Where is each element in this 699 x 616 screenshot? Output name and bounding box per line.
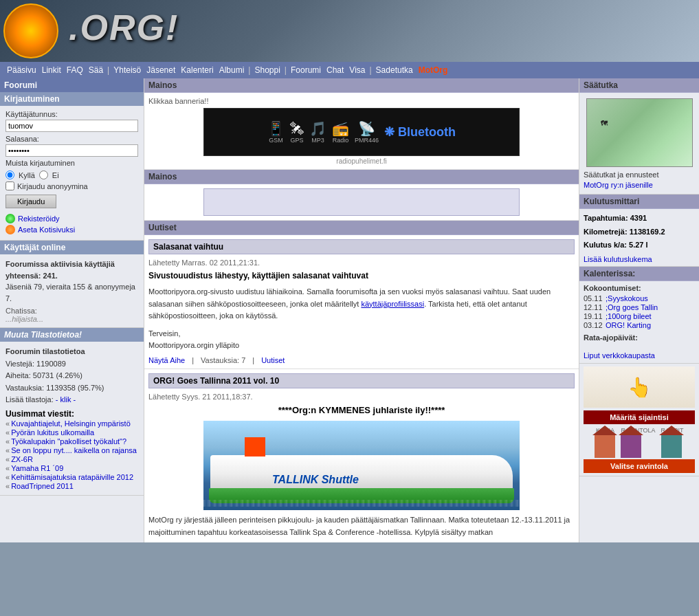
- calendar-event-4: 03.12 ORG! Karting: [584, 321, 695, 329]
- news-cat-link[interactable]: Uutiset: [261, 356, 285, 364]
- ad-block-1: Klikkaa banneria!! 📱 GSM 🛰 GPS 🎵 MP3: [144, 93, 579, 170]
- nav-yhteiso[interactable]: Yhteisö: [112, 65, 142, 76]
- map-image: 🗺: [586, 98, 693, 167]
- rata-label: Rata-ajopäivät:: [584, 333, 695, 342]
- ship-body: [210, 455, 513, 493]
- nav-visa[interactable]: Visa: [348, 65, 366, 76]
- chat-label: Chatissa:: [5, 307, 37, 315]
- kilometreja-value: 1138169.2: [630, 228, 665, 236]
- news-item-title: Salasanat vaihtuu: [148, 239, 575, 254]
- nav-sadetutka[interactable]: Sadetutka: [375, 65, 414, 76]
- tallin-block: ORG! Goes Tallinna 2011 vol. 10 Lähetett…: [144, 369, 579, 542]
- saatutka-title: Säätutka: [579, 78, 699, 93]
- house-group-2: RAVINTOLA: [621, 427, 655, 458]
- nav-linkit[interactable]: Linkit: [41, 65, 63, 76]
- username-input[interactable]: [5, 120, 138, 132]
- nav-sep3: |: [285, 65, 287, 75]
- more-stats-link[interactable]: - klik -: [56, 395, 76, 404]
- event-link-1[interactable]: ;Syyskokous: [606, 294, 648, 302]
- show-topic-link[interactable]: Näytä Aihe: [148, 356, 185, 364]
- news-body: Moottoripyora.org-sivusto uudistuu lähia…: [148, 286, 575, 352]
- radio-icon: 📻: [332, 120, 349, 137]
- sep-pipe2: |: [252, 356, 254, 364]
- sidebar-title: Foorumi: [0, 78, 144, 92]
- users-online-text: Foorumissa aktiivisia käyttäjiä yhteensä…: [5, 258, 138, 304]
- member-counts: Jäseniä 79, vieraita 155 & anonyymeja 7.: [5, 283, 135, 302]
- recent-post-8[interactable]: RoadTripned 2011: [5, 482, 138, 490]
- ad-block-2: [144, 184, 579, 221]
- nav-chat[interactable]: Chat: [325, 65, 345, 76]
- register-link[interactable]: Rekisteröidy: [5, 214, 138, 223]
- saatutka-link[interactable]: MotOrg ry:n jäsenille: [584, 181, 653, 189]
- ship-text: TALLINK Shuttle: [272, 474, 359, 486]
- topics-label: Aiheita:: [5, 371, 31, 380]
- nav-albumi[interactable]: Albumi: [218, 65, 246, 76]
- login-button[interactable]: Kirjaudu: [5, 195, 56, 208]
- map-text: 🗺: [601, 120, 608, 127]
- nav-jasenet[interactable]: Jäsenet: [145, 65, 177, 76]
- remember-no-radio[interactable]: [39, 170, 48, 179]
- anon-checkbox[interactable]: [5, 182, 14, 190]
- recent-post-2[interactable]: Pyörän lukitus ulkomailla: [5, 428, 138, 437]
- kilometreja-label: Kilometrejä:: [584, 228, 628, 236]
- liput-link[interactable]: Liput verkkokaupasta: [584, 351, 655, 360]
- recent-post-7[interactable]: Kehittämisajatuksia ratapäiville 2012: [5, 473, 138, 481]
- event-link-4[interactable]: ORG! Karting: [606, 321, 651, 329]
- tallin-heading: ****Org:n KYMMENES juhlariste ily!!****: [148, 405, 575, 415]
- recent-post-1[interactable]: Kuvajahtiajelut, Helsingin ympäristö: [5, 419, 138, 428]
- mainos1-title: Mainos: [144, 78, 579, 93]
- ad-banner[interactable]: 📱 GSM 🛰 GPS 🎵 MP3 📻 Radio: [203, 108, 520, 156]
- recent-post-3[interactable]: Työkalupakin "pakolliset työkalut"?: [5, 437, 138, 446]
- recent-post-6[interactable]: Yamaha R1 ´09: [5, 464, 138, 472]
- yes-no-group: Kyllä Ei: [5, 170, 138, 179]
- stats-block: Muuta Tilastotietoa! Foorumin tilastotie…: [0, 328, 144, 496]
- restaurant-button[interactable]: Valitse ravintola: [584, 459, 695, 473]
- nav-foorumi[interactable]: Foorumi: [289, 65, 322, 76]
- nav-saa[interactable]: Sää: [87, 65, 104, 76]
- sep-pipe: |: [192, 356, 194, 364]
- messages-label: Viestejä:: [5, 360, 34, 368]
- tallin-date: Lähetetty Syys. 21 2011,18:37.: [148, 393, 575, 401]
- nav-paasisvu[interactable]: Pääsivu: [5, 65, 38, 76]
- recent-post-4[interactable]: Se on loppu nyt.... kaikella on rajansa: [5, 446, 138, 454]
- register-icon: [5, 214, 15, 223]
- nav-kalenteri[interactable]: Kalenteri: [179, 65, 214, 76]
- calendar-event-3: 19.11 ;100org bileet: [584, 312, 695, 320]
- nav-shoppi[interactable]: Shoppi: [253, 65, 281, 76]
- username-label: Käyttäjätunnus:: [5, 110, 138, 118]
- wave: [203, 500, 520, 507]
- house-group-1: KOTIA: [595, 427, 615, 458]
- gsm-icon: 📱: [267, 120, 285, 137]
- ad-click-text: Klikkaa banneria!!: [148, 97, 575, 105]
- nav-bar: Pääsivu Linkit FAQ Sää | Yhteisö Jäsenet…: [0, 62, 699, 78]
- uutiset-title: Uutiset: [144, 221, 579, 235]
- mainos2-title: Mainos: [144, 170, 579, 184]
- house-icon-2: [621, 434, 641, 458]
- nav-motorg[interactable]: MotOrg: [417, 65, 450, 76]
- bluetooth-icon: ❋ Bluetooth: [384, 125, 456, 139]
- event-link-2[interactable]: ;Org goes Tallin: [606, 303, 658, 311]
- chat-status: ...hiljaista...: [5, 315, 43, 323]
- chat-info: Chatissa: ...hiljaista...: [5, 307, 138, 323]
- logo-image: [3, 3, 58, 58]
- site-title: .ORG!: [69, 7, 179, 48]
- kulutus-link[interactable]: Lisää kulutuslukema: [584, 255, 695, 263]
- forum-stats-title: Foorumin tilastotietoa: [5, 347, 85, 355]
- tallin-body: MotOrg ry järjestää jälleen perinteisen …: [148, 514, 575, 538]
- saatutka-block: 🗺 Säätutkat ja ennusteet MotOrg ry:n jäs…: [579, 93, 699, 195]
- password-input[interactable]: [5, 144, 138, 157]
- location-button[interactable]: Määritä sijaintisi: [584, 410, 695, 424]
- more-label: Lisää tilastoja:: [5, 395, 54, 404]
- users-online-block: Käyttäjät online Foorumissa aktiivisia k…: [0, 241, 144, 328]
- event-link-3[interactable]: ;100org bileet: [606, 312, 652, 320]
- house-icons: KOTIA RAVINTOLA RAUPIT: [584, 427, 695, 458]
- nav-faq[interactable]: FAQ: [65, 65, 85, 76]
- calendar-block: Kokoontumiset: 05.11 ;Syyskokous 12.11 ;…: [579, 281, 699, 364]
- profile-link[interactable]: käyttäjäprofiilissasi: [361, 300, 424, 308]
- kulutus-stats: Tapahtumia: 4391 Kilometrejä: 1138169.2 …: [584, 212, 695, 252]
- calendar-event-1: 05.11 ;Syyskokous: [584, 294, 695, 302]
- homepage-link[interactable]: Aseta Kotisivuksi: [5, 225, 138, 234]
- recent-post-5[interactable]: ZX-6R: [5, 455, 138, 463]
- cursor-image: 👆: [584, 366, 695, 408]
- remember-yes-radio[interactable]: [5, 170, 14, 179]
